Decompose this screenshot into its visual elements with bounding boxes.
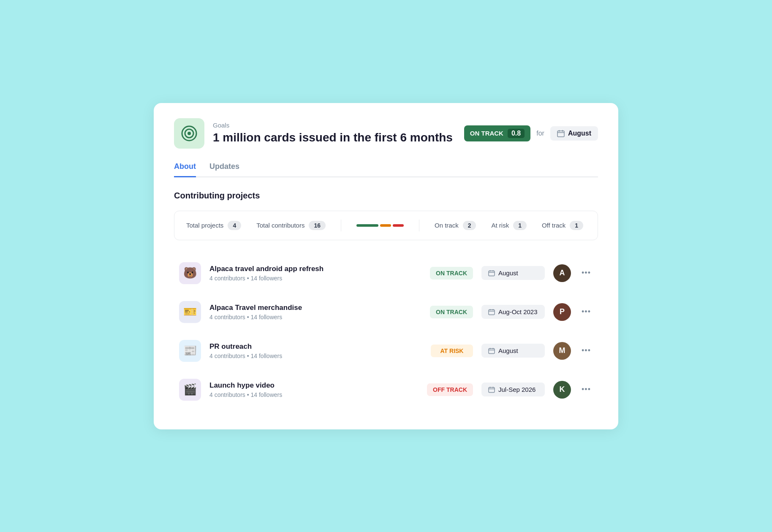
status-badge: ON TRACK 0.8 <box>464 125 530 141</box>
month-selector[interactable]: August <box>550 126 598 141</box>
project-name: PR outreach <box>209 342 422 351</box>
progress-seg-green <box>356 224 378 227</box>
avatar: P <box>553 303 571 321</box>
off-track-summary-count: 1 <box>570 221 583 230</box>
progress-seg-red <box>393 224 404 227</box>
total-projects-count: 4 <box>228 221 241 230</box>
avatar: A <box>553 264 571 282</box>
project-name: Alpaca travel android app refresh <box>209 265 421 273</box>
date-label: Jul-Sep 2026 <box>498 386 536 393</box>
divider2 <box>419 220 419 231</box>
tab-about[interactable]: About <box>174 162 196 177</box>
off-track-summary-label: Off track <box>542 222 565 229</box>
project-meta: 4 contributors • 14 followers <box>209 353 422 359</box>
project-meta: 4 contributors • 14 followers <box>209 275 421 282</box>
date-label: August <box>498 347 518 354</box>
goal-title: 1 million cards issued in the first 6 mo… <box>213 130 454 145</box>
goal-icon <box>174 118 204 149</box>
project-info: PR outreach 4 contributors • 14 follower… <box>209 342 422 359</box>
date-label: August <box>498 269 518 277</box>
status-pill: ON TRACK <box>430 306 473 318</box>
header: Goals 1 million cards issued in the firs… <box>174 118 598 149</box>
project-row[interactable]: 🎫 Alpaca Travel merchandise 4 contributo… <box>174 293 598 331</box>
project-name: Alpaca Travel merchandise <box>209 304 421 312</box>
total-contributors-item: Total contributors 16 <box>256 221 326 230</box>
calendar-icon <box>488 270 495 277</box>
svg-rect-3 <box>557 131 564 137</box>
divider <box>341 220 341 231</box>
project-name: Launch hype video <box>209 381 419 390</box>
on-track-summary-item: On track 2 <box>435 221 476 230</box>
progress-seg-orange <box>380 224 391 227</box>
total-contributors-count: 16 <box>309 221 326 230</box>
for-label: for <box>536 130 544 137</box>
svg-rect-11 <box>489 309 495 315</box>
calendar-icon <box>557 130 565 137</box>
summary-bar: Total projects 4 Total contributors 16 O… <box>174 211 598 240</box>
date-badge[interactable]: August <box>481 266 545 280</box>
more-button[interactable]: ••• <box>579 266 593 280</box>
more-button[interactable]: ••• <box>579 383 593 396</box>
goals-label: Goals <box>213 122 454 129</box>
contributing-projects-section: Contributing projects Total projects 4 T… <box>174 191 598 409</box>
project-icon: 🎫 <box>179 301 201 323</box>
project-row[interactable]: 📰 PR outreach 4 contributors • 14 follow… <box>174 331 598 370</box>
main-card: Goals 1 million cards issued in the firs… <box>154 103 618 429</box>
status-pill: AT RISK <box>431 345 473 357</box>
project-info: Alpaca travel android app refresh 4 cont… <box>209 265 421 282</box>
svg-rect-19 <box>489 387 495 392</box>
avatar: K <box>553 381 571 399</box>
progress-bar-group <box>356 224 404 227</box>
at-risk-summary-label: At risk <box>491 222 509 229</box>
svg-rect-7 <box>489 271 495 276</box>
tabs: About Updates <box>174 162 598 177</box>
month-label: August <box>568 130 591 137</box>
tab-updates[interactable]: Updates <box>209 162 239 177</box>
calendar-icon <box>488 347 495 354</box>
at-risk-summary-count: 1 <box>513 221 527 230</box>
total-contributors-label: Total contributors <box>256 222 304 229</box>
date-badge[interactable]: Jul-Sep 2026 <box>481 383 545 396</box>
header-right: ON TRACK 0.8 for August <box>464 125 598 141</box>
calendar-icon <box>488 386 495 393</box>
total-projects-label: Total projects <box>186 222 223 229</box>
avatar: M <box>553 342 571 360</box>
project-icon: 🎬 <box>179 379 201 401</box>
status-score: 0.8 <box>508 129 525 138</box>
status-pill: ON TRACK <box>430 267 473 280</box>
svg-point-2 <box>188 132 191 135</box>
more-button[interactable]: ••• <box>579 344 593 358</box>
more-button[interactable]: ••• <box>579 305 593 319</box>
project-icon: 🐻 <box>179 262 201 284</box>
date-badge[interactable]: Aug-Oct 2023 <box>481 305 545 319</box>
svg-rect-15 <box>489 348 495 353</box>
project-row[interactable]: 🎬 Launch hype video 4 contributors • 14 … <box>174 370 598 409</box>
project-row[interactable]: 🐻 Alpaca travel android app refresh 4 co… <box>174 254 598 293</box>
at-risk-summary-item: At risk 1 <box>491 221 526 230</box>
date-badge[interactable]: August <box>481 344 545 358</box>
date-label: Aug-Oct 2023 <box>498 308 538 315</box>
project-icon: 📰 <box>179 340 201 362</box>
calendar-icon <box>488 309 495 315</box>
project-info: Alpaca Travel merchandise 4 contributors… <box>209 304 421 320</box>
project-info: Launch hype video 4 contributors • 14 fo… <box>209 381 419 398</box>
status-label: ON TRACK <box>470 130 503 137</box>
project-meta: 4 contributors • 14 followers <box>209 391 419 398</box>
on-track-summary-label: On track <box>435 222 459 229</box>
total-projects-item: Total projects 4 <box>186 221 241 230</box>
on-track-summary-count: 2 <box>463 221 476 230</box>
project-meta: 4 contributors • 14 followers <box>209 314 421 320</box>
status-pill: OFF TRACK <box>427 383 473 396</box>
projects-list: 🐻 Alpaca travel android app refresh 4 co… <box>174 254 598 409</box>
section-title: Contributing projects <box>174 191 598 201</box>
header-text: Goals 1 million cards issued in the firs… <box>213 122 454 145</box>
off-track-summary-item: Off track 1 <box>542 221 583 230</box>
